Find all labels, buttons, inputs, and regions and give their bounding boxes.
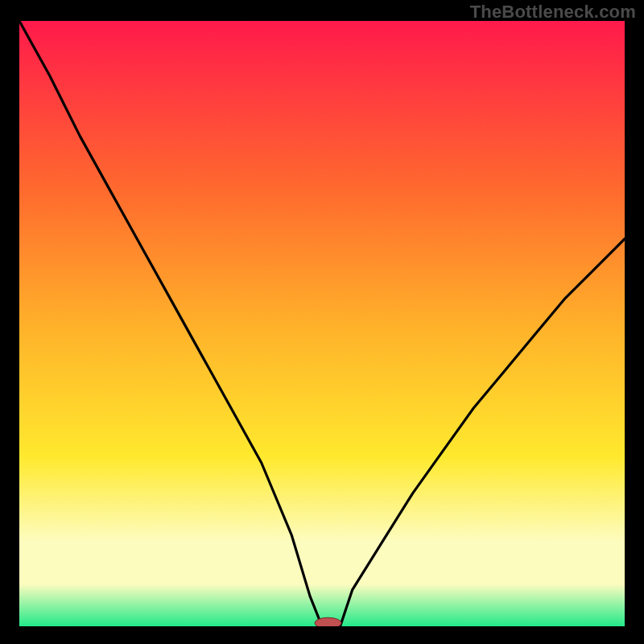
watermark-text: TheBottleneck.com (470, 2, 636, 23)
min-marker (315, 617, 341, 626)
bottleneck-chart-svg (19, 21, 625, 626)
plot-area (19, 21, 625, 626)
gradient-background (19, 21, 625, 626)
chart-frame: TheBottleneck.com (0, 0, 644, 644)
